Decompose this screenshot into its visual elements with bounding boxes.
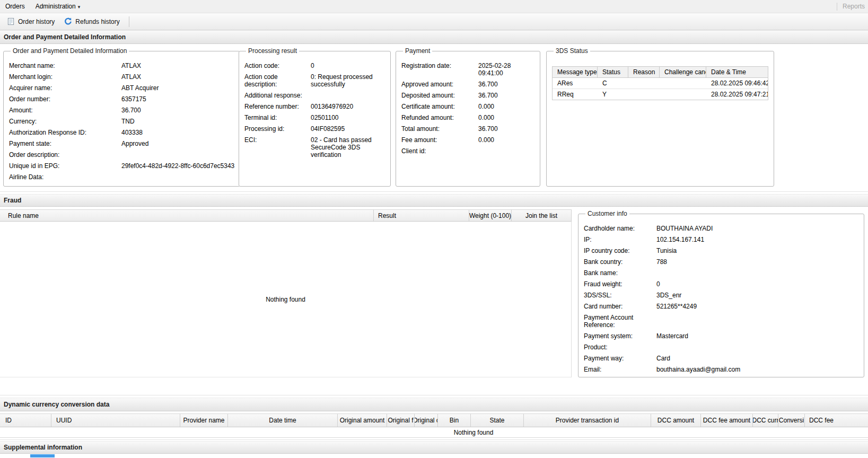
three-ds-column-header[interactable]: Reason (628, 67, 660, 77)
dcc-column-header[interactable]: DCC amount (651, 414, 701, 427)
cell-reason (628, 78, 660, 89)
order-history-label: Order history (18, 18, 55, 25)
field-row: Fee amount: 0.000 (401, 136, 534, 144)
field-value: Card (656, 355, 858, 362)
field-row: Deposited amount: 36.700 (401, 92, 534, 99)
field-value: ATLAX (121, 73, 234, 81)
section-header-order-payment: Order and Payment Detailed Information (0, 30, 868, 44)
field-row: Authorization Response ID: 403338 (9, 129, 234, 136)
three-ds-column-header[interactable]: Challenge cancel (660, 67, 706, 77)
field-label: Total amount: (401, 125, 478, 133)
field-value (121, 151, 234, 158)
dcc-column-header[interactable]: State (471, 414, 524, 427)
dcc-column-header[interactable]: ID (0, 414, 51, 427)
field-row: Processing id: 04IF082595 (244, 125, 385, 133)
dcc-column-header[interactable]: UUID (51, 414, 180, 427)
three-ds-table-body: ARes C 28.02.2025 09:46:42 RReq Y 28.02.… (553, 78, 768, 100)
field-value: 0 (656, 280, 858, 288)
field-row: ECI: 02 - Card has passed SecureCode 3DS… (244, 136, 385, 158)
field-value (478, 147, 534, 155)
field-value: 36.700 (478, 125, 534, 133)
field-row: Payment state: Approved (9, 140, 234, 147)
dcc-column-header[interactable]: Date time (228, 414, 338, 427)
field-label: Merchant name: (9, 62, 121, 69)
menu-administration[interactable]: Administration▾ (30, 0, 86, 13)
field-label: ECI: (244, 136, 311, 158)
field-label: Refunded amount: (401, 114, 478, 121)
field-label: Bank name: (584, 269, 656, 277)
field-label: Action code: (244, 62, 311, 69)
three-ds-table-row[interactable]: RReq Y 28.02.2025 09:47:21 (553, 89, 768, 100)
three-ds-status-panel: 3DS Status Message type Status Reason Ch… (546, 47, 774, 187)
field-label: Unique id in EPG: (9, 162, 121, 170)
dcc-column-header[interactable]: DCC fee amount (701, 414, 753, 427)
dcc-column-header[interactable]: DCC fee (805, 414, 868, 427)
field-value: 6357175 (121, 95, 234, 103)
dcc-column-header[interactable]: Conversi (778, 414, 805, 427)
field-value: bouthaina.ayaadi@gmail.com (656, 366, 858, 373)
three-ds-column-header[interactable]: Date & Time (706, 67, 768, 77)
refunds-history-icon (64, 17, 72, 25)
menu-orders[interactable]: Orders (0, 0, 30, 13)
toolbar: Order history Refunds history (0, 13, 868, 30)
field-value: 3DS_enr (656, 292, 858, 299)
dcc-column-header[interactable]: Original c (415, 414, 438, 427)
field-label: Currency: (9, 118, 121, 125)
field-label: Bank country: (584, 258, 656, 266)
field-row: IP country code: Tunisia (584, 247, 858, 254)
field-label: Authorization Response ID: (9, 129, 121, 136)
field-value (311, 92, 385, 99)
cell-status: C (598, 78, 628, 89)
field-value: 0.000 (478, 114, 534, 121)
field-row: Registration date: 2025-02-28 09:41:00 (401, 62, 534, 77)
field-row: 3DS/SSL: 3DS_enr (584, 292, 858, 299)
field-row: Unique id in EPG: 29fef0c4-482d-4922-8ff… (9, 162, 234, 170)
field-label: Approved amount: (401, 81, 478, 88)
dcc-column-header[interactable]: Original amount (338, 414, 387, 427)
dcc-column-header[interactable]: Provider transaction id (524, 414, 651, 427)
menu-reports[interactable]: Reports (837, 0, 867, 13)
field-label: Cardholder name: (584, 225, 656, 232)
dcc-column-header[interactable]: Bin (438, 414, 471, 427)
field-value: ATLAX (121, 62, 234, 69)
dcc-column-header[interactable]: Provider name (180, 414, 228, 427)
fraud-column-header[interactable]: Weight (0-100) (469, 210, 512, 221)
field-value: Mastercard (656, 332, 858, 340)
fraud-table-body: Nothing found (0, 222, 572, 377)
fraud-column-header[interactable]: Rule name (0, 210, 374, 221)
section-header-order-payment-label: Order and Payment Detailed Information (4, 33, 126, 41)
field-value: 36.700 (478, 92, 534, 99)
order-info-panel: Order and Payment Detailed Information M… (3, 47, 240, 187)
order-history-button[interactable]: Order history (2, 15, 59, 28)
field-label: Merchant login: (9, 73, 121, 81)
dcc-empty-text: Nothing found (454, 429, 494, 436)
dcc-table-body: Nothing found (0, 427, 868, 438)
refunds-history-button[interactable]: Refunds history (59, 15, 124, 28)
field-row: Approved amount: 36.700 (401, 81, 534, 88)
cell-challenge-cancel (660, 78, 706, 89)
field-value: 0: Request processed successfully (311, 73, 385, 88)
field-label: Card number: (584, 303, 656, 310)
field-label: Payment way: (584, 355, 656, 362)
fraud-empty-text: Nothing found (266, 296, 305, 303)
payment-fields: Registration date: 2025-02-28 09:41:00 A… (401, 62, 534, 155)
three-ds-column-header[interactable]: Status (598, 67, 628, 77)
fraud-column-header[interactable]: Result (374, 210, 469, 221)
three-ds-column-header[interactable]: Message type (553, 67, 598, 77)
field-row: Action code description: 0: Request proc… (244, 73, 385, 88)
field-label: Fraud weight: (584, 280, 656, 288)
dcc-column-header[interactable]: DCC curr (753, 414, 778, 427)
three-ds-table-row[interactable]: ARes C 28.02.2025 09:46:42 (553, 78, 768, 89)
field-label: Additional response: (244, 92, 311, 99)
menu-bar: Orders Administration▾ Reports (0, 0, 868, 13)
dcc-column-header[interactable]: Original f (387, 414, 415, 427)
processing-result-legend: Processing result (246, 47, 299, 55)
fraud-column-header[interactable]: Join the list (512, 210, 572, 221)
menu-administration-label: Administration (36, 3, 76, 10)
cell-challenge-cancel (660, 89, 706, 100)
section-header-fraud-label: Fraud (4, 197, 21, 204)
field-row: Order description: (9, 151, 234, 158)
field-value: ABT Acquirer (121, 84, 234, 92)
field-row: Total amount: 36.700 (401, 125, 534, 133)
field-row: Airline Data: (9, 173, 234, 181)
